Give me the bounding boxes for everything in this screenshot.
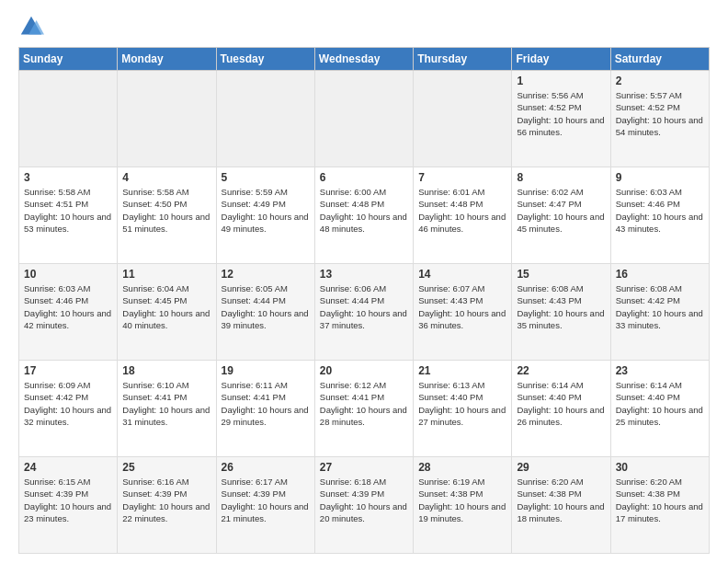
day-info: Sunrise: 5:58 AMSunset: 4:50 PMDaylight:… bbox=[122, 186, 210, 235]
calendar-table: SundayMondayTuesdayWednesdayThursdayFrid… bbox=[18, 47, 710, 554]
day-info: Sunrise: 6:14 AMSunset: 4:40 PMDaylight:… bbox=[616, 379, 704, 428]
calendar-cell: 20Sunrise: 6:12 AMSunset: 4:41 PMDayligh… bbox=[314, 361, 413, 457]
day-number: 30 bbox=[616, 461, 704, 474]
calendar-cell: 13Sunrise: 6:06 AMSunset: 4:44 PMDayligh… bbox=[314, 264, 413, 361]
calendar-week-1: 1Sunrise: 5:56 AMSunset: 4:52 PMDaylight… bbox=[19, 71, 710, 167]
day-info: Sunrise: 6:19 AMSunset: 4:38 PMDaylight:… bbox=[418, 476, 506, 524]
weekday-row: SundayMondayTuesdayWednesdayThursdayFrid… bbox=[19, 48, 710, 71]
day-number: 16 bbox=[616, 268, 704, 281]
day-number: 7 bbox=[418, 171, 506, 184]
calendar-week-2: 3Sunrise: 5:58 AMSunset: 4:51 PMDaylight… bbox=[19, 167, 710, 264]
day-number: 12 bbox=[222, 268, 310, 281]
calendar-cell: 15Sunrise: 6:08 AMSunset: 4:43 PMDayligh… bbox=[512, 264, 610, 361]
day-number: 9 bbox=[616, 171, 704, 184]
calendar-cell: 17Sunrise: 6:09 AMSunset: 4:42 PMDayligh… bbox=[19, 361, 118, 457]
weekday-header-saturday: Saturday bbox=[610, 48, 709, 71]
day-info: Sunrise: 6:17 AMSunset: 4:39 PMDaylight:… bbox=[222, 476, 310, 524]
calendar-cell bbox=[314, 71, 413, 167]
day-number: 24 bbox=[24, 461, 112, 474]
calendar-cell: 11Sunrise: 6:04 AMSunset: 4:45 PMDayligh… bbox=[118, 264, 216, 361]
calendar-cell: 22Sunrise: 6:14 AMSunset: 4:40 PMDayligh… bbox=[512, 361, 610, 457]
calendar-cell: 23Sunrise: 6:14 AMSunset: 4:40 PMDayligh… bbox=[610, 361, 709, 457]
day-info: Sunrise: 6:08 AMSunset: 4:43 PMDaylight:… bbox=[517, 282, 605, 331]
calendar-cell: 8Sunrise: 6:02 AMSunset: 4:47 PMDaylight… bbox=[512, 167, 610, 264]
day-info: Sunrise: 6:01 AMSunset: 4:48 PMDaylight:… bbox=[418, 186, 506, 235]
day-info: Sunrise: 6:15 AMSunset: 4:39 PMDaylight:… bbox=[24, 476, 112, 524]
calendar-cell: 6Sunrise: 6:00 AMSunset: 4:48 PMDaylight… bbox=[314, 167, 413, 264]
day-number: 13 bbox=[320, 268, 408, 281]
day-number: 25 bbox=[122, 461, 210, 474]
day-number: 3 bbox=[24, 171, 112, 184]
logo-icon bbox=[18, 14, 44, 40]
calendar-cell: 27Sunrise: 6:18 AMSunset: 4:39 PMDayligh… bbox=[314, 457, 413, 554]
calendar-cell: 18Sunrise: 6:10 AMSunset: 4:41 PMDayligh… bbox=[118, 361, 216, 457]
calendar-cell: 9Sunrise: 6:03 AMSunset: 4:46 PMDaylight… bbox=[610, 167, 709, 264]
day-info: Sunrise: 5:56 AMSunset: 4:52 PMDaylight:… bbox=[517, 89, 605, 138]
calendar-cell: 28Sunrise: 6:19 AMSunset: 4:38 PMDayligh… bbox=[414, 457, 512, 554]
day-info: Sunrise: 5:59 AMSunset: 4:49 PMDaylight:… bbox=[222, 186, 310, 235]
calendar-week-4: 17Sunrise: 6:09 AMSunset: 4:42 PMDayligh… bbox=[19, 361, 710, 457]
day-number: 29 bbox=[517, 461, 605, 474]
calendar-cell: 29Sunrise: 6:20 AMSunset: 4:38 PMDayligh… bbox=[512, 457, 610, 554]
day-number: 19 bbox=[222, 364, 310, 377]
weekday-header-thursday: Thursday bbox=[414, 48, 512, 71]
day-number: 15 bbox=[517, 268, 605, 281]
day-number: 17 bbox=[24, 364, 112, 377]
calendar-cell: 25Sunrise: 6:16 AMSunset: 4:39 PMDayligh… bbox=[118, 457, 216, 554]
weekday-header-friday: Friday bbox=[512, 48, 610, 71]
day-info: Sunrise: 6:13 AMSunset: 4:40 PMDaylight:… bbox=[418, 379, 506, 428]
calendar-cell: 10Sunrise: 6:03 AMSunset: 4:46 PMDayligh… bbox=[19, 264, 118, 361]
day-info: Sunrise: 6:16 AMSunset: 4:39 PMDaylight:… bbox=[122, 476, 210, 524]
day-info: Sunrise: 6:05 AMSunset: 4:44 PMDaylight:… bbox=[222, 282, 310, 331]
day-info: Sunrise: 6:02 AMSunset: 4:47 PMDaylight:… bbox=[517, 186, 605, 235]
day-number: 21 bbox=[418, 364, 506, 377]
weekday-header-wednesday: Wednesday bbox=[314, 48, 413, 71]
day-number: 27 bbox=[320, 461, 408, 474]
day-number: 2 bbox=[616, 75, 704, 87]
day-number: 10 bbox=[24, 268, 112, 281]
day-info: Sunrise: 6:20 AMSunset: 4:38 PMDaylight:… bbox=[616, 476, 704, 524]
calendar-week-3: 10Sunrise: 6:03 AMSunset: 4:46 PMDayligh… bbox=[19, 264, 710, 361]
calendar-cell: 16Sunrise: 6:08 AMSunset: 4:42 PMDayligh… bbox=[610, 264, 709, 361]
day-info: Sunrise: 6:09 AMSunset: 4:42 PMDaylight:… bbox=[24, 379, 112, 428]
weekday-header-sunday: Sunday bbox=[19, 48, 118, 71]
logo bbox=[18, 14, 46, 40]
day-number: 22 bbox=[517, 364, 605, 377]
calendar-cell: 26Sunrise: 6:17 AMSunset: 4:39 PMDayligh… bbox=[216, 457, 314, 554]
calendar-cell: 19Sunrise: 6:11 AMSunset: 4:41 PMDayligh… bbox=[216, 361, 314, 457]
day-number: 23 bbox=[616, 364, 704, 377]
day-info: Sunrise: 6:04 AMSunset: 4:45 PMDaylight:… bbox=[122, 282, 210, 331]
page: SundayMondayTuesdayWednesdayThursdayFrid… bbox=[0, 0, 728, 563]
day-info: Sunrise: 6:10 AMSunset: 4:41 PMDaylight:… bbox=[122, 379, 210, 428]
day-info: Sunrise: 6:08 AMSunset: 4:42 PMDaylight:… bbox=[616, 282, 704, 331]
day-info: Sunrise: 6:14 AMSunset: 4:40 PMDaylight:… bbox=[517, 379, 605, 428]
day-number: 5 bbox=[222, 171, 310, 184]
calendar-cell: 4Sunrise: 5:58 AMSunset: 4:50 PMDaylight… bbox=[118, 167, 216, 264]
calendar-cell bbox=[19, 71, 118, 167]
day-info: Sunrise: 6:03 AMSunset: 4:46 PMDaylight:… bbox=[616, 186, 704, 235]
calendar-cell: 21Sunrise: 6:13 AMSunset: 4:40 PMDayligh… bbox=[414, 361, 512, 457]
calendar-cell: 2Sunrise: 5:57 AMSunset: 4:52 PMDaylight… bbox=[610, 71, 709, 167]
day-info: Sunrise: 6:11 AMSunset: 4:41 PMDaylight:… bbox=[222, 379, 310, 428]
calendar-week-5: 24Sunrise: 6:15 AMSunset: 4:39 PMDayligh… bbox=[19, 457, 710, 554]
day-number: 4 bbox=[122, 171, 210, 184]
day-info: Sunrise: 6:03 AMSunset: 4:46 PMDaylight:… bbox=[24, 282, 112, 331]
day-info: Sunrise: 6:12 AMSunset: 4:41 PMDaylight:… bbox=[320, 379, 408, 428]
calendar-cell: 12Sunrise: 6:05 AMSunset: 4:44 PMDayligh… bbox=[216, 264, 314, 361]
day-info: Sunrise: 6:20 AMSunset: 4:38 PMDaylight:… bbox=[517, 476, 605, 524]
calendar-cell: 14Sunrise: 6:07 AMSunset: 4:43 PMDayligh… bbox=[414, 264, 512, 361]
day-info: Sunrise: 6:00 AMSunset: 4:48 PMDaylight:… bbox=[320, 186, 408, 235]
calendar-cell bbox=[118, 71, 216, 167]
weekday-header-monday: Monday bbox=[118, 48, 216, 71]
day-info: Sunrise: 6:18 AMSunset: 4:39 PMDaylight:… bbox=[320, 476, 408, 524]
calendar-cell: 3Sunrise: 5:58 AMSunset: 4:51 PMDaylight… bbox=[19, 167, 118, 264]
header bbox=[18, 14, 710, 40]
day-number: 14 bbox=[418, 268, 506, 281]
day-info: Sunrise: 6:07 AMSunset: 4:43 PMDaylight:… bbox=[418, 282, 506, 331]
weekday-header-tuesday: Tuesday bbox=[216, 48, 314, 71]
calendar-header: SundayMondayTuesdayWednesdayThursdayFrid… bbox=[19, 48, 710, 71]
calendar-cell: 7Sunrise: 6:01 AMSunset: 4:48 PMDaylight… bbox=[414, 167, 512, 264]
calendar-cell: 24Sunrise: 6:15 AMSunset: 4:39 PMDayligh… bbox=[19, 457, 118, 554]
calendar-cell: 5Sunrise: 5:59 AMSunset: 4:49 PMDaylight… bbox=[216, 167, 314, 264]
calendar-cell bbox=[216, 71, 314, 167]
